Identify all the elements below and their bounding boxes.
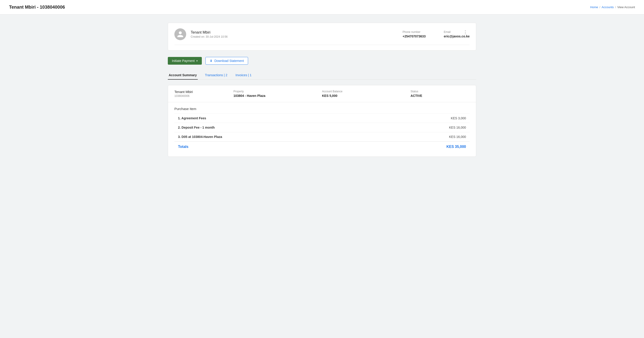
tab-account-summary[interactable]: Account Summary	[168, 71, 198, 80]
tenant-info: Tenant Mbiri Created on: 30-Jul-2024 10:…	[191, 30, 389, 38]
phone-value: +254707073633	[402, 35, 426, 38]
tabs-bar: Account Summary Transactions | 2 Invoice…	[168, 71, 476, 80]
dropdown-arrow-icon: ▾	[196, 60, 198, 62]
breadcrumb-sep-1: /	[599, 6, 600, 9]
balance-value: KES 5,000	[322, 94, 411, 98]
tenant-card-inner: Tenant Mbiri Created on: 30-Jul-2024 10:…	[174, 28, 470, 45]
purchase-item-3-name: 3. D05 at 103804-Haven Plaza	[178, 135, 222, 139]
more-menu-button[interactable]: ⋮	[461, 28, 470, 36]
summary-property-section: Property 103804 - Haven Plaza	[233, 90, 322, 98]
purchase-item-3-amount: KES 16,000	[449, 135, 466, 139]
summary-status-section: Status ACTIVE	[411, 90, 470, 98]
totals-row: Totals KES 35,000	[174, 141, 470, 152]
contact-phone-group: Phone number +254707073633	[402, 30, 426, 38]
balance-label: Account Balance	[322, 90, 411, 93]
avatar	[174, 28, 186, 40]
download-icon: ⬇	[210, 59, 212, 63]
avatar-icon	[177, 31, 184, 38]
main-content: Tenant Mbiri Created on: 30-Jul-2024 10:…	[154, 15, 490, 165]
tab-transactions[interactable]: Transactions | 2	[204, 71, 228, 80]
totals-label: Totals	[178, 145, 188, 149]
page-header: Tenant Mbiri - 1038040006 Home / Account…	[0, 0, 644, 15]
summary-tenant-section: Tenant Mbiri 1038040006	[174, 90, 233, 98]
action-buttons: Initiate Payment ▾ ⬇ Download Statement	[168, 57, 476, 65]
purchase-item-1: 1. Agreement Fees KES 3,000	[174, 113, 470, 123]
status-label: Status	[411, 90, 470, 93]
initiate-payment-label: Initiate Payment	[172, 59, 194, 63]
summary-card: Tenant Mbiri 1038040006 Property 103804 …	[168, 85, 476, 157]
tenant-card: Tenant Mbiri Created on: 30-Jul-2024 10:…	[168, 23, 476, 51]
phone-label: Phone number	[402, 30, 426, 34]
tenant-contact: Phone number +254707073633 Email eric@ja…	[402, 30, 470, 38]
purchase-section: Purchase Item 1. Agreement Fees KES 3,00…	[168, 102, 476, 157]
property-value: 103804 - Haven Plaza	[233, 94, 322, 98]
breadcrumb-sep-2: /	[615, 6, 616, 9]
download-statement-button[interactable]: ⬇ Download Statement	[206, 57, 248, 65]
summary-tenant-name: Tenant Mbiri	[174, 90, 233, 94]
summary-balance-section: Account Balance KES 5,000	[322, 90, 411, 98]
property-label: Property	[233, 90, 322, 93]
purchase-item-3: 3. D05 at 103804-Haven Plaza KES 16,000	[174, 132, 470, 141]
status-value: ACTIVE	[411, 94, 470, 98]
purchase-item-1-name: 1. Agreement Fees	[178, 116, 206, 120]
tenant-name: Tenant Mbiri	[191, 30, 389, 35]
purchase-item-2: 2. Deposit Fee - 1 month KES 16,000	[174, 123, 470, 132]
breadcrumb-current: View Account	[617, 6, 635, 9]
tab-invoices[interactable]: Invoices | 1	[235, 71, 252, 80]
summary-tenant-id: 1038040006	[174, 94, 233, 98]
purchase-title: Purchase Item	[174, 107, 470, 111]
download-statement-label: Download Statement	[214, 59, 244, 63]
page-title: Tenant Mbiri - 1038040006	[9, 5, 65, 10]
initiate-payment-button[interactable]: Initiate Payment ▾	[168, 57, 202, 65]
purchase-item-1-amount: KES 3,000	[451, 116, 466, 120]
tenant-created: Created on: 30-Jul-2024 10:56	[191, 35, 389, 38]
summary-header: Tenant Mbiri 1038040006 Property 103804 …	[168, 85, 476, 102]
breadcrumb-home[interactable]: Home	[590, 6, 598, 9]
totals-amount: KES 35,000	[446, 145, 466, 149]
breadcrumb-accounts[interactable]: Accounts	[602, 6, 614, 9]
purchase-item-2-amount: KES 16,000	[449, 126, 466, 129]
purchase-item-2-name: 2. Deposit Fee - 1 month	[178, 126, 215, 129]
breadcrumb: Home / Accounts / View Account	[590, 6, 635, 9]
